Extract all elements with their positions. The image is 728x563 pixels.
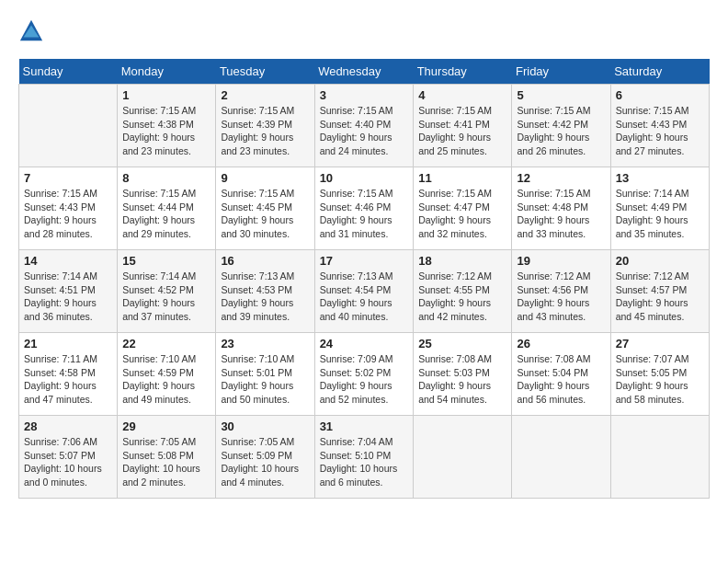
calendar-cell: 23Sunrise: 7:10 AMSunset: 5:01 PMDayligh… — [216, 333, 314, 416]
day-info: Sunrise: 7:11 AMSunset: 4:58 PMDaylight:… — [24, 352, 112, 407]
day-info: Sunrise: 7:15 AMSunset: 4:39 PMDaylight:… — [221, 104, 309, 158]
day-number: 25 — [418, 337, 506, 350]
calendar-cell: 22Sunrise: 7:10 AMSunset: 4:59 PMDayligh… — [118, 333, 216, 416]
calendar-cell: 7Sunrise: 7:15 AMSunset: 4:43 PMDaylight… — [19, 167, 118, 250]
calendar-cell: 11Sunrise: 7:15 AMSunset: 4:47 PMDayligh… — [414, 167, 512, 250]
day-info: Sunrise: 7:12 AMSunset: 4:56 PMDaylight:… — [517, 270, 605, 324]
calendar-cell: 25Sunrise: 7:08 AMSunset: 5:03 PMDayligh… — [414, 333, 512, 416]
day-info: Sunrise: 7:15 AMSunset: 4:44 PMDaylight:… — [122, 187, 210, 241]
day-info: Sunrise: 7:05 AMSunset: 5:09 PMDaylight:… — [221, 435, 309, 489]
weekday-header-friday: Friday — [512, 59, 610, 85]
day-info: Sunrise: 7:12 AMSunset: 4:57 PMDaylight:… — [616, 270, 704, 324]
day-number: 29 — [122, 419, 210, 433]
day-info: Sunrise: 7:15 AMSunset: 4:42 PMDaylight:… — [517, 104, 605, 158]
day-info: Sunrise: 7:15 AMSunset: 4:47 PMDaylight:… — [418, 187, 506, 241]
calendar-week-3: 14Sunrise: 7:14 AMSunset: 4:51 PMDayligh… — [19, 250, 710, 333]
day-info: Sunrise: 7:13 AMSunset: 4:54 PMDaylight:… — [320, 270, 409, 324]
weekday-header-saturday: Saturday — [610, 59, 709, 85]
day-number: 6 — [616, 88, 704, 102]
calendar-cell: 9Sunrise: 7:15 AMSunset: 4:45 PMDaylight… — [216, 167, 314, 250]
calendar-cell: 21Sunrise: 7:11 AMSunset: 4:58 PMDayligh… — [19, 333, 118, 416]
day-number: 1 — [122, 88, 210, 102]
calendar-cell: 10Sunrise: 7:15 AMSunset: 4:46 PMDayligh… — [314, 167, 414, 250]
day-number: 17 — [320, 254, 409, 268]
logo — [18, 18, 48, 44]
day-info: Sunrise: 7:13 AMSunset: 4:53 PMDaylight:… — [221, 270, 309, 324]
calendar-cell: 8Sunrise: 7:15 AMSunset: 4:44 PMDaylight… — [118, 167, 216, 250]
calendar-cell: 28Sunrise: 7:06 AMSunset: 5:07 PMDayligh… — [19, 416, 118, 499]
day-info: Sunrise: 7:15 AMSunset: 4:43 PMDaylight:… — [616, 104, 704, 158]
calendar-cell: 6Sunrise: 7:15 AMSunset: 4:43 PMDaylight… — [610, 85, 709, 167]
calendar-cell — [610, 416, 709, 499]
day-number: 28 — [24, 419, 112, 433]
day-number: 24 — [320, 337, 409, 350]
day-info: Sunrise: 7:15 AMSunset: 4:48 PMDaylight:… — [517, 187, 605, 241]
calendar-cell: 20Sunrise: 7:12 AMSunset: 4:57 PMDayligh… — [610, 250, 709, 333]
day-info: Sunrise: 7:14 AMSunset: 4:49 PMDaylight:… — [616, 187, 704, 241]
calendar-cell: 27Sunrise: 7:07 AMSunset: 5:05 PMDayligh… — [610, 333, 709, 416]
day-info: Sunrise: 7:14 AMSunset: 4:51 PMDaylight:… — [24, 270, 112, 324]
day-info: Sunrise: 7:08 AMSunset: 5:04 PMDaylight:… — [517, 352, 605, 407]
day-number: 14 — [24, 254, 112, 268]
calendar-cell: 2Sunrise: 7:15 AMSunset: 4:39 PMDaylight… — [216, 85, 314, 167]
day-info: Sunrise: 7:15 AMSunset: 4:46 PMDaylight:… — [320, 187, 409, 241]
day-info: Sunrise: 7:09 AMSunset: 5:02 PMDaylight:… — [320, 352, 409, 407]
weekday-header-sunday: Sunday — [19, 59, 118, 85]
calendar-cell — [19, 85, 118, 167]
day-number: 27 — [616, 337, 704, 350]
calendar-cell: 19Sunrise: 7:12 AMSunset: 4:56 PMDayligh… — [512, 250, 610, 333]
calendar-cell — [414, 416, 512, 499]
day-info: Sunrise: 7:15 AMSunset: 4:43 PMDaylight:… — [24, 187, 112, 241]
day-number: 30 — [221, 419, 309, 433]
day-number: 9 — [221, 171, 309, 185]
calendar-cell: 4Sunrise: 7:15 AMSunset: 4:41 PMDaylight… — [414, 85, 512, 167]
day-number: 13 — [616, 171, 704, 185]
day-number: 23 — [221, 337, 309, 350]
calendar-cell: 26Sunrise: 7:08 AMSunset: 5:04 PMDayligh… — [512, 333, 610, 416]
weekday-header-wednesday: Wednesday — [314, 59, 414, 85]
page-header — [18, 18, 710, 44]
day-number: 15 — [122, 254, 210, 268]
day-number: 8 — [122, 171, 210, 185]
day-number: 7 — [24, 171, 112, 185]
day-info: Sunrise: 7:07 AMSunset: 5:05 PMDaylight:… — [616, 352, 704, 407]
day-number: 31 — [320, 419, 409, 433]
day-number: 2 — [221, 88, 309, 102]
calendar-cell: 3Sunrise: 7:15 AMSunset: 4:40 PMDaylight… — [314, 85, 414, 167]
calendar-cell: 13Sunrise: 7:14 AMSunset: 4:49 PMDayligh… — [610, 167, 709, 250]
day-number: 26 — [517, 337, 605, 350]
calendar-cell: 17Sunrise: 7:13 AMSunset: 4:54 PMDayligh… — [314, 250, 414, 333]
day-number: 20 — [616, 254, 704, 268]
calendar-week-4: 21Sunrise: 7:11 AMSunset: 4:58 PMDayligh… — [19, 333, 710, 416]
weekday-header-tuesday: Tuesday — [216, 59, 314, 85]
day-number: 5 — [517, 88, 605, 102]
calendar-cell: 24Sunrise: 7:09 AMSunset: 5:02 PMDayligh… — [314, 333, 414, 416]
weekday-header-monday: Monday — [118, 59, 216, 85]
calendar-cell: 1Sunrise: 7:15 AMSunset: 4:38 PMDaylight… — [118, 85, 216, 167]
calendar-table: SundayMondayTuesdayWednesdayThursdayFrid… — [18, 59, 710, 499]
day-info: Sunrise: 7:15 AMSunset: 4:38 PMDaylight:… — [122, 104, 210, 158]
day-info: Sunrise: 7:04 AMSunset: 5:10 PMDaylight:… — [320, 435, 409, 489]
calendar-week-5: 28Sunrise: 7:06 AMSunset: 5:07 PMDayligh… — [19, 416, 710, 499]
calendar-cell: 29Sunrise: 7:05 AMSunset: 5:08 PMDayligh… — [118, 416, 216, 499]
day-info: Sunrise: 7:15 AMSunset: 4:45 PMDaylight:… — [221, 187, 309, 241]
day-number: 21 — [24, 337, 112, 350]
day-info: Sunrise: 7:12 AMSunset: 4:55 PMDaylight:… — [418, 270, 506, 324]
day-info: Sunrise: 7:10 AMSunset: 4:59 PMDaylight:… — [122, 352, 210, 407]
calendar-week-1: 1Sunrise: 7:15 AMSunset: 4:38 PMDaylight… — [19, 85, 710, 167]
day-number: 19 — [517, 254, 605, 268]
calendar-cell: 18Sunrise: 7:12 AMSunset: 4:55 PMDayligh… — [414, 250, 512, 333]
day-number: 12 — [517, 171, 605, 185]
calendar-cell: 5Sunrise: 7:15 AMSunset: 4:42 PMDaylight… — [512, 85, 610, 167]
calendar-cell — [512, 416, 610, 499]
calendar-cell: 15Sunrise: 7:14 AMSunset: 4:52 PMDayligh… — [118, 250, 216, 333]
day-info: Sunrise: 7:08 AMSunset: 5:03 PMDaylight:… — [418, 352, 506, 407]
day-number: 18 — [418, 254, 506, 268]
day-number: 3 — [320, 88, 409, 102]
day-info: Sunrise: 7:05 AMSunset: 5:08 PMDaylight:… — [122, 435, 210, 489]
day-info: Sunrise: 7:10 AMSunset: 5:01 PMDaylight:… — [221, 352, 309, 407]
day-info: Sunrise: 7:15 AMSunset: 4:41 PMDaylight:… — [418, 104, 506, 158]
calendar-cell: 16Sunrise: 7:13 AMSunset: 4:53 PMDayligh… — [216, 250, 314, 333]
weekday-header-thursday: Thursday — [414, 59, 512, 85]
day-number: 16 — [221, 254, 309, 268]
